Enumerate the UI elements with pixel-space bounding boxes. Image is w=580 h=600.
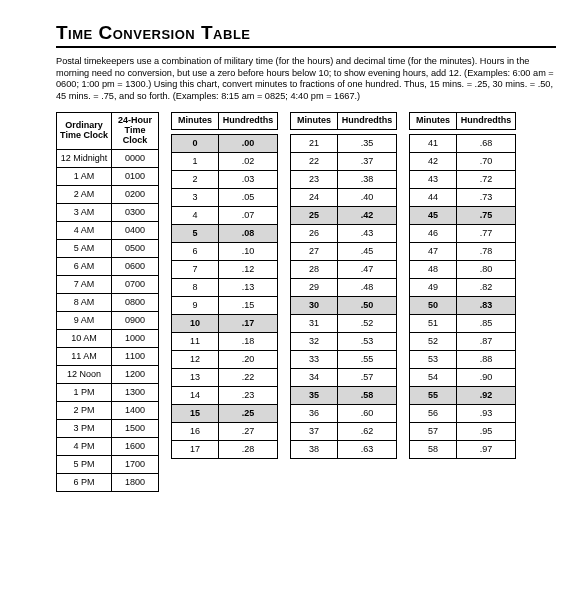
minutes-cell: 56 [410, 404, 457, 422]
hundredths-cell: .68 [457, 134, 516, 152]
hundredths-cell: .75 [457, 206, 516, 224]
ordinary-time-cell: 3 AM [57, 203, 112, 221]
table-row: 7 AM0700 [57, 275, 159, 293]
hundredths-cell: .45 [338, 242, 397, 260]
table-row: 55.92 [410, 386, 516, 404]
military-time-cell: 1800 [112, 473, 159, 491]
table-row: 29.48 [291, 278, 397, 296]
military-time-cell: 0500 [112, 239, 159, 257]
table-row: 36.60 [291, 404, 397, 422]
hundredths-cell: .15 [219, 296, 278, 314]
table-header-row: Minutes Hundredths [172, 113, 278, 130]
hundredths-cell: .90 [457, 368, 516, 386]
ordinary-time-cell: 10 AM [57, 329, 112, 347]
table-row: 47.78 [410, 242, 516, 260]
table-row: 37.62 [291, 422, 397, 440]
table-row: 7.12 [172, 260, 278, 278]
minutes-cell: 17 [172, 440, 219, 458]
minutes-cell: 52 [410, 332, 457, 350]
minutes-cell: 34 [291, 368, 338, 386]
minutes-cell: 30 [291, 296, 338, 314]
military-time-cell: 0000 [112, 149, 159, 167]
hundredths-cell: .50 [338, 296, 397, 314]
minutes-header: Minutes [172, 113, 219, 130]
table-row: 4.07 [172, 206, 278, 224]
minutes-cell: 12 [172, 350, 219, 368]
table-row: 1 AM0100 [57, 167, 159, 185]
table-header-row: Minutes Hundredths [410, 113, 516, 130]
hundredths-cell: .63 [338, 440, 397, 458]
table-row: 9 AM0900 [57, 311, 159, 329]
minutes-cell: 0 [172, 134, 219, 152]
minutes-cell: 49 [410, 278, 457, 296]
minutes-cell: 54 [410, 368, 457, 386]
ordinary-time-cell: 12 Noon [57, 365, 112, 383]
table-row: 42.70 [410, 152, 516, 170]
military-time-cell: 1300 [112, 383, 159, 401]
hundredths-cell: .78 [457, 242, 516, 260]
ordinary-time-cell: 1 AM [57, 167, 112, 185]
minutes-cell: 13 [172, 368, 219, 386]
hundredths-cell: .93 [457, 404, 516, 422]
table-row: 32.53 [291, 332, 397, 350]
hundredths-cell: .60 [338, 404, 397, 422]
minutes-cell: 42 [410, 152, 457, 170]
hundredths-cell: .95 [457, 422, 516, 440]
hundredths-header: Hundredths [338, 113, 397, 130]
table-row: 16.27 [172, 422, 278, 440]
hundredths-cell: .48 [338, 278, 397, 296]
table-row: 6 AM0600 [57, 257, 159, 275]
hundredths-cell: .87 [457, 332, 516, 350]
table-row: 3 AM0300 [57, 203, 159, 221]
hundredths-cell: .18 [219, 332, 278, 350]
table-row: 5.08 [172, 224, 278, 242]
minutes-cell: 1 [172, 152, 219, 170]
minutes-cell: 15 [172, 404, 219, 422]
table-row: 44.73 [410, 188, 516, 206]
table-row: 34.57 [291, 368, 397, 386]
table-row: 2.03 [172, 170, 278, 188]
minutes-cell: 55 [410, 386, 457, 404]
hundredths-cell: .00 [219, 134, 278, 152]
ordinary-time-cell: 12 Midnight [57, 149, 112, 167]
ordinary-time-cell: 8 AM [57, 293, 112, 311]
table-row: 3 PM1500 [57, 419, 159, 437]
table-row: 11.18 [172, 332, 278, 350]
ordinary-time-cell: 5 AM [57, 239, 112, 257]
hundredths-cell: .73 [457, 188, 516, 206]
hundredths-cell: .22 [219, 368, 278, 386]
hundredths-cell: .27 [219, 422, 278, 440]
ordinary-time-cell: 4 AM [57, 221, 112, 239]
hundredths-header: Hundredths [457, 113, 516, 130]
ordinary-time-cell: 6 PM [57, 473, 112, 491]
table-row: 6.10 [172, 242, 278, 260]
ordinary-time-cell: 7 AM [57, 275, 112, 293]
hundredths-cell: .57 [338, 368, 397, 386]
minutes-cell: 10 [172, 314, 219, 332]
table-row: 46.77 [410, 224, 516, 242]
hundredths-cell: .58 [338, 386, 397, 404]
hundredths-cell: .07 [219, 206, 278, 224]
military-time-cell: 0300 [112, 203, 159, 221]
table-row: 28.47 [291, 260, 397, 278]
table-row: 15.25 [172, 404, 278, 422]
hundredths-cell: .35 [338, 134, 397, 152]
hundredths-cell: .23 [219, 386, 278, 404]
minutes-cell: 6 [172, 242, 219, 260]
table-row: 30.50 [291, 296, 397, 314]
hundredths-cell: .82 [457, 278, 516, 296]
military-time-cell: 1400 [112, 401, 159, 419]
table-row: 10 AM1000 [57, 329, 159, 347]
table-row: 56.93 [410, 404, 516, 422]
table-row: 58.97 [410, 440, 516, 458]
ordinary-time-cell: 2 AM [57, 185, 112, 203]
hundredths-cell: .83 [457, 296, 516, 314]
hundredths-cell: .53 [338, 332, 397, 350]
hundredths-cell: .62 [338, 422, 397, 440]
table-row: 23.38 [291, 170, 397, 188]
military-time-cell: 1200 [112, 365, 159, 383]
minutes-cell: 23 [291, 170, 338, 188]
military-time-cell: 0800 [112, 293, 159, 311]
ordinary-time-cell: 6 AM [57, 257, 112, 275]
table-row: 26.43 [291, 224, 397, 242]
